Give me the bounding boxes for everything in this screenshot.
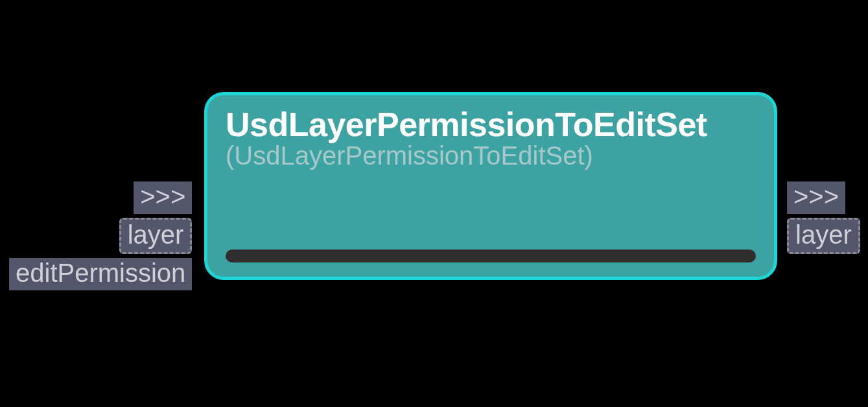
node-title: UsdLayerPermissionToEditSet — [226, 107, 756, 143]
node-subtitle: (UsdLayerPermissionToEditSet) — [226, 141, 756, 170]
port-label: >>> — [140, 182, 185, 211]
output-ports: >>> layer — [787, 181, 860, 254]
node-progress-bar — [226, 250, 756, 262]
output-port-exec[interactable]: >>> — [787, 181, 845, 214]
input-ports: >>> layer editPermission — [9, 181, 192, 290]
port-label: >>> — [793, 182, 839, 211]
port-label: layer — [128, 220, 184, 249]
input-port-exec[interactable]: >>> — [134, 181, 192, 214]
output-port-layer[interactable]: layer — [787, 218, 860, 254]
port-label: editPermission — [16, 259, 185, 287]
node-box[interactable]: UsdLayerPermissionToEditSet (UsdLayerPer… — [204, 92, 777, 280]
input-port-editpermission[interactable]: editPermission — [9, 258, 192, 290]
port-label: layer — [795, 220, 852, 249]
input-port-layer[interactable]: layer — [119, 218, 193, 254]
